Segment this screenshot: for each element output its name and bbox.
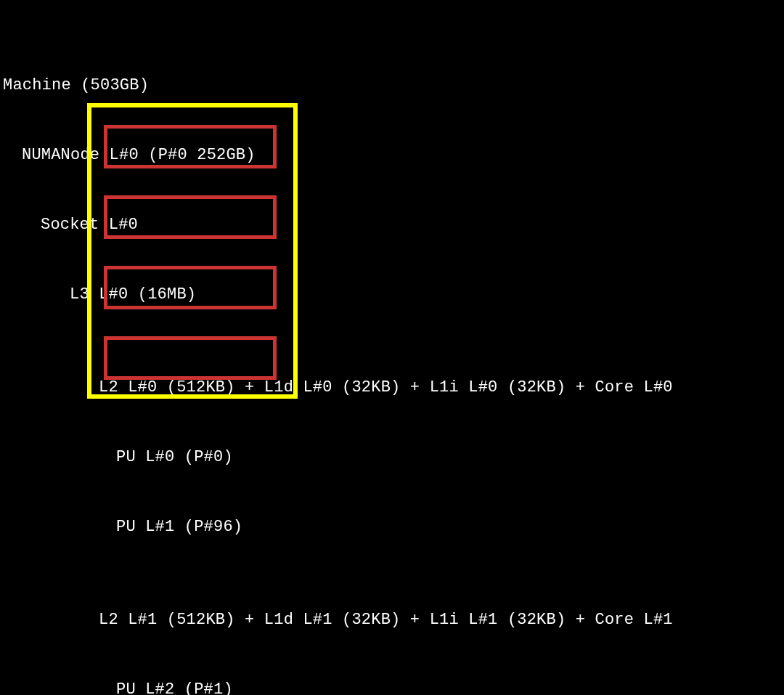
socket-line: Socket L#0 [3, 214, 784, 237]
numa-line: NUMANode L#0 (P#0 252GB) [3, 144, 784, 167]
pu-line: PU L#1 (P#96) [3, 516, 784, 539]
l2-line: L2 L#0 (512KB) + L1d L#0 (32KB) + L1i L#… [3, 376, 784, 399]
pu-line: PU L#2 (P#1) [3, 678, 784, 695]
pu-line: PU L#0 (P#0) [3, 446, 784, 469]
l3-line: L3 L#0 (16MB) [3, 283, 784, 306]
machine-line: Machine (503GB) [3, 74, 784, 97]
l2-line: L2 L#1 (512KB) + L1d L#1 (32KB) + L1i L#… [3, 609, 784, 632]
highlight-red-pu-pair-3 [104, 336, 277, 380]
terminal-output: Machine (503GB) NUMANode L#0 (P#0 252GB)… [0, 0, 784, 695]
